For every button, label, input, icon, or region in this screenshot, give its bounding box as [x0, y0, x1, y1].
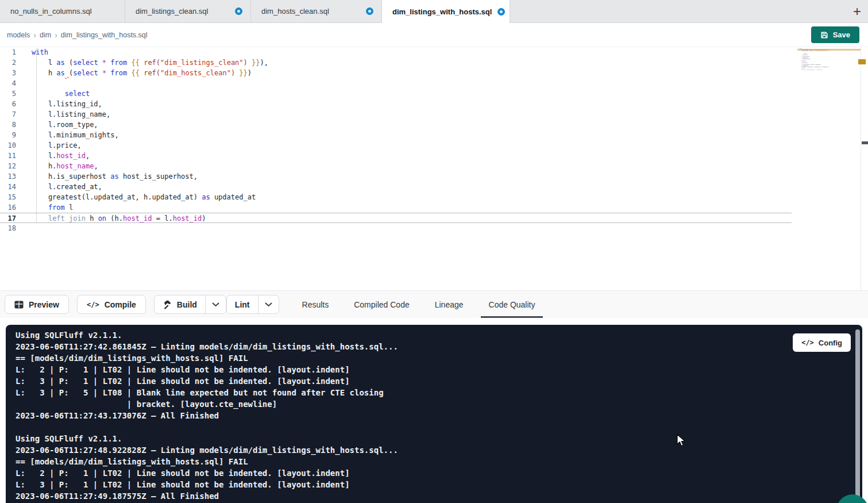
code-line[interactable]: 8 l.room_type, [0, 120, 792, 130]
code-text: h as (select * from {{ ref("dim_hosts_cl… [800, 51, 828, 52]
code-text: select [32, 89, 90, 99]
unsaved-dot-icon [235, 7, 242, 15]
editor-toolbar: Preview </> Compile Build Lint [0, 290, 868, 318]
breadcrumb-file[interactable]: dim_listings_with_hosts.sql [61, 31, 148, 39]
code-line[interactable]: 14 l.created_at, [0, 182, 792, 192]
code-line[interactable]: 9 l.minimum_nights, [0, 130, 792, 140]
line-number: 1 [0, 47, 16, 57]
code-line[interactable]: 4 [0, 78, 792, 89]
code-brackets-icon: </> [87, 301, 99, 309]
tab-no-nulls-in-columns[interactable]: no_nulls_in_columns.sql [0, 0, 125, 23]
line-number: 2 [0, 57, 16, 68]
terminal-line: 2023-06-06T11:27:42.861845Z — Linting mo… [16, 341, 862, 352]
code-line[interactable]: 13 h.is_superhost as host_is_superhost, [0, 171, 792, 182]
code-line[interactable]: 12 h.host_name, [0, 161, 792, 171]
lint-dropdown-button[interactable] [258, 295, 279, 313]
code-text: h as (select * from {{ ref("dim_hosts_cl… [32, 68, 252, 78]
config-label: Config [819, 339, 842, 347]
tab-label: dim_listings_with_hosts.sql [392, 7, 492, 16]
terminal-line: L: 3 | P: 5 | LT08 | Blank line expected… [16, 387, 862, 398]
breadcrumb-dim[interactable]: dim [40, 31, 51, 39]
tab-label: Results [302, 300, 329, 309]
overview-ruler [861, 47, 861, 290]
code-line[interactable]: 15 greatest(l.updated_at, h.updated_at) … [0, 192, 792, 202]
tab-label: Code Quality [489, 300, 535, 309]
code-text: left join h on (h.host_id = l.host_id) [32, 213, 206, 222]
chevron-down-icon [265, 302, 272, 307]
tab-code-quality[interactable]: Code Quality [489, 291, 535, 318]
build-button[interactable]: Build [155, 295, 205, 313]
code-line[interactable]: 10 l.price, [0, 140, 792, 151]
tab-bar-filler: + [510, 0, 868, 23]
code-line[interactable]: 16 from l [0, 202, 792, 213]
line-number: 15 [0, 192, 16, 202]
tab-compiled-code[interactable]: Compiled Code [354, 291, 410, 318]
minimap-content: with l as (select * from {{ ref("dim_lis… [797, 48, 840, 72]
new-tab-button[interactable]: + [853, 5, 861, 18]
code-line[interactable]: 17 left join h on (h.host_id = l.host_id… [0, 213, 792, 223]
line-number: 12 [0, 161, 16, 171]
code-text: l.price, [32, 140, 82, 151]
chevron-right-icon: › [55, 30, 57, 40]
results-tab-bar: Results Compiled Code Lineage Code Quali… [302, 291, 535, 318]
terminal-line: | bracket. [layout.cte_newline] [16, 398, 862, 410]
tab-lineage[interactable]: Lineage [435, 291, 464, 318]
code-text: l.listing_id, [32, 99, 102, 109]
line-number: 6 [0, 99, 16, 109]
line-number: 14 [0, 182, 16, 192]
hammer-icon [163, 300, 172, 309]
code-text: greatest(l.updated_at, h.updated_at) as … [32, 192, 256, 202]
code-line[interactable]: 1with [0, 47, 792, 57]
line-number: 7 [0, 109, 16, 120]
scroll-position-marker[interactable] [862, 141, 868, 144]
compile-button[interactable]: </> Compile [77, 295, 146, 314]
code-text: l.created_at, [32, 182, 102, 192]
table-grid-icon [14, 301, 24, 309]
code-text: left join h on (h.host_id = l.host_id) [800, 69, 822, 70]
code-text: l.listing_name, [32, 109, 110, 120]
preview-button[interactable]: Preview [5, 295, 69, 314]
lint-split-button: Lint [226, 295, 279, 314]
terminal-line: == [models/dim/dim_listings_with_hosts.s… [16, 456, 862, 467]
code-text: l as (select * from {{ ref("dim_listings… [32, 57, 268, 68]
bottom-panel: Using SQLFluff v2.1.1.2023-06-06T11:27:4… [0, 318, 868, 503]
code-line[interactable]: 11 l.host_id, [0, 151, 792, 161]
minimap[interactable]: with l as (select * from {{ ref("dim_lis… [797, 48, 840, 124]
breadcrumb-models[interactable]: models [7, 31, 30, 39]
code-text: with [32, 47, 48, 57]
terminal-scrollbar[interactable] [855, 329, 860, 500]
code-text: l.host_id, [32, 151, 90, 161]
terminal-panel: Using SQLFluff v2.1.1.2023-06-06T11:27:4… [6, 325, 862, 503]
code-line[interactable]: 7 l.listing_name, [0, 109, 792, 120]
line-number: 17 [0, 213, 16, 222]
tab-dim-listings-with-hosts[interactable]: dim_listings_with_hosts.sql [382, 0, 510, 23]
file-tab-bar: no_nulls_in_columns.sql dim_listings_cle… [0, 0, 868, 23]
tab-label: dim_listings_clean.sql [136, 7, 208, 16]
code-line[interactable]: 18 [0, 223, 792, 233]
unsaved-dot-icon [366, 7, 373, 15]
code-line[interactable]: 3 h as (select * from {{ ref("dim_hosts_… [0, 68, 792, 78]
code-line[interactable]: 2 l as (select * from {{ ref("dim_listin… [0, 57, 792, 68]
tab-dim-hosts-clean[interactable]: dim_hosts_clean.sql [251, 0, 382, 23]
terminal-output: Using SQLFluff v2.1.1.2023-06-06T11:27:4… [16, 329, 862, 502]
code-line[interactable]: 5 select [0, 89, 792, 99]
build-dropdown-button[interactable] [205, 295, 226, 313]
tab-dim-listings-clean[interactable]: dim_listings_clean.sql [125, 0, 251, 23]
code-text: l.minimum_nights, [32, 130, 119, 140]
lint-label: Lint [235, 300, 250, 309]
build-split-button: Build [154, 295, 226, 314]
config-button[interactable]: </> Config [793, 333, 851, 352]
tab-results[interactable]: Results [302, 291, 329, 318]
terminal-line: 2023-06-06T11:27:48.922828Z — Linting mo… [16, 444, 862, 456]
save-button[interactable]: Save [811, 26, 859, 43]
tab-label: Compiled Code [354, 300, 410, 309]
lint-warning-marker[interactable] [858, 59, 866, 64]
code-text: l.room_type, [32, 120, 98, 130]
lint-button[interactable]: Lint [227, 295, 258, 313]
code-editor[interactable]: 1with2 l as (select * from {{ ref("dim_l… [0, 47, 868, 290]
code-line[interactable]: 6 l.listing_id, [0, 99, 792, 109]
line-number: 3 [0, 68, 16, 78]
code-text: h.is_superhost as host_is_superhost, [32, 171, 198, 182]
terminal-line: == [models/dim/dim_listings_with_hosts.s… [16, 352, 862, 364]
code-brackets-icon: </> [801, 339, 814, 347]
